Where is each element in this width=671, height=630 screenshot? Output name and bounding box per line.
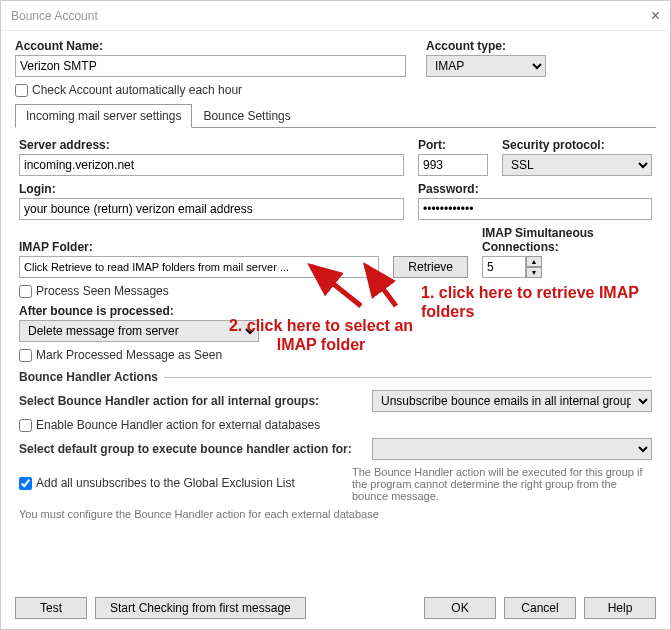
mark-processed-checkbox[interactable]	[19, 349, 32, 362]
tabs: Incoming mail server settings Bounce Set…	[15, 103, 656, 128]
bounce-account-window: Bounce Account × Account Name: Account t…	[0, 0, 671, 630]
select-default-label: Select default group to execute bounce h…	[19, 442, 362, 456]
divider	[164, 377, 652, 378]
enable-external-checkbox[interactable]	[19, 419, 32, 432]
process-seen-checkbox[interactable]	[19, 285, 32, 298]
port-label: Port:	[418, 138, 488, 152]
account-type-label: Account type:	[426, 39, 656, 53]
security-label: Security protocol:	[502, 138, 652, 152]
bh-actions-heading: Bounce Handler Actions	[19, 370, 158, 384]
port-input[interactable]	[418, 154, 488, 176]
check-auto-label: Check Account automatically each hour	[32, 83, 242, 97]
add-unsub-checkbox[interactable]	[19, 477, 32, 490]
after-action-select[interactable]: Delete message from server	[19, 320, 259, 342]
add-unsub-label: Add all unsubscribes to the Global Exclu…	[36, 476, 295, 490]
security-select[interactable]: SSL	[502, 154, 652, 176]
help-button[interactable]: Help	[584, 597, 656, 619]
bh-note: The Bounce Handler action will be execut…	[352, 466, 652, 502]
check-auto-row[interactable]: Check Account automatically each hour	[15, 83, 656, 97]
select-internal-label: Select Bounce Handler action for all int…	[19, 394, 362, 408]
internal-action-select[interactable]: Unsubscribe bounce emails in all interna…	[372, 390, 652, 412]
imap-folder-label: IMAP Folder:	[19, 240, 379, 254]
retrieve-button[interactable]: Retrieve	[393, 256, 468, 278]
server-input[interactable]	[19, 154, 404, 176]
titlebar: Bounce Account ×	[1, 1, 670, 31]
spinner-down-icon[interactable]: ▼	[526, 267, 542, 278]
foot-note: You must configure the Bounce Handler ac…	[19, 508, 652, 520]
imap-folder-input[interactable]	[19, 256, 379, 278]
enable-external-label: Enable Bounce Handler action for externa…	[36, 418, 320, 432]
footer: Test Start Checking from first message O…	[15, 597, 656, 619]
mark-processed-label: Mark Processed Message as Seen	[36, 348, 222, 362]
password-input[interactable]	[418, 198, 652, 220]
account-name-input[interactable]	[15, 55, 406, 77]
imap-conn-value[interactable]	[482, 256, 526, 278]
password-label: Password:	[418, 182, 652, 196]
default-group-select[interactable]	[372, 438, 652, 460]
imap-conn-spinner[interactable]: ▲ ▼	[482, 256, 652, 278]
after-label: After bounce is processed:	[19, 304, 652, 318]
mark-processed-row[interactable]: Mark Processed Message as Seen	[19, 348, 652, 362]
test-button[interactable]: Test	[15, 597, 87, 619]
login-label: Login:	[19, 182, 404, 196]
enable-external-row[interactable]: Enable Bounce Handler action for externa…	[19, 418, 652, 432]
tab-incoming[interactable]: Incoming mail server settings	[15, 104, 192, 128]
window-title: Bounce Account	[11, 9, 651, 23]
account-name-label: Account Name:	[15, 39, 406, 53]
spinner-up-icon[interactable]: ▲	[526, 256, 542, 267]
add-unsub-row[interactable]: Add all unsubscribes to the Global Exclu…	[19, 476, 332, 490]
process-seen-label: Process Seen Messages	[36, 284, 169, 298]
tab-bounce[interactable]: Bounce Settings	[192, 104, 301, 128]
account-type-select[interactable]: IMAP	[426, 55, 546, 77]
check-auto-checkbox[interactable]	[15, 84, 28, 97]
cancel-button[interactable]: Cancel	[504, 597, 576, 619]
server-label: Server address:	[19, 138, 404, 152]
ok-button[interactable]: OK	[424, 597, 496, 619]
imap-conn-label: IMAP Simultaneous Connections:	[482, 226, 652, 254]
close-icon[interactable]: ×	[651, 7, 660, 25]
login-input[interactable]	[19, 198, 404, 220]
process-seen-row[interactable]: Process Seen Messages	[19, 284, 652, 298]
start-checking-button[interactable]: Start Checking from first message	[95, 597, 306, 619]
